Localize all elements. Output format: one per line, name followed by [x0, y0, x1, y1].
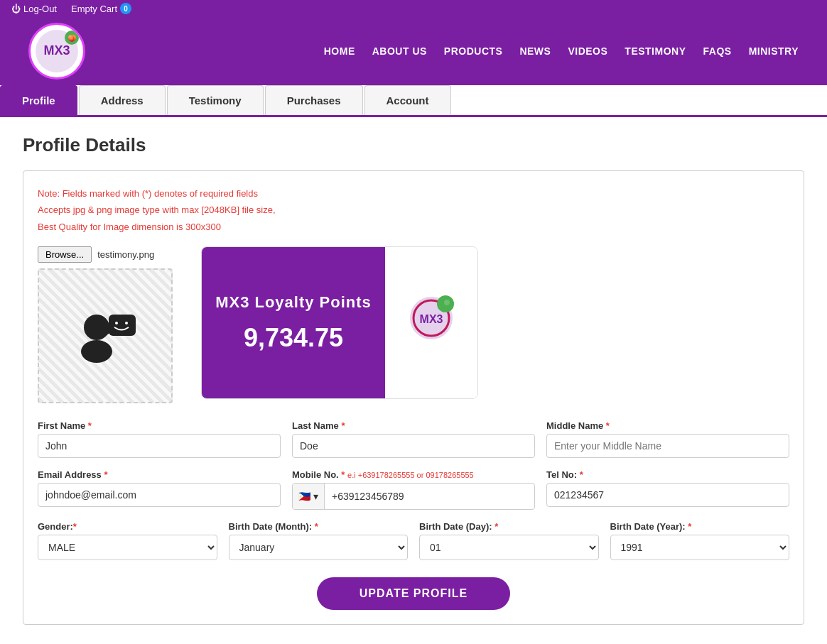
svg-text:🍑: 🍑	[67, 33, 77, 43]
tel-label: Tel No: *	[546, 469, 789, 480]
browse-button[interactable]: Browse...	[38, 246, 92, 263]
form-notes: Note: Fields marked with (*) denotes of …	[38, 185, 789, 235]
avatar-icon	[70, 300, 141, 371]
profile-top: Browse... testimony.png	[38, 246, 789, 403]
mobile-label: Mobile No. * e.i +639178265555 or 091782…	[292, 469, 535, 480]
mx3-logo-card: MX3	[396, 293, 467, 353]
logout-label: Log-Out	[23, 4, 57, 14]
main-content: Profile Details Note: Fields marked with…	[0, 117, 827, 642]
cart-badge: 0	[120, 3, 131, 14]
update-btn-row: UPDATE PROFILE	[38, 577, 789, 610]
tab-account[interactable]: Account	[364, 85, 451, 115]
nav-faqs[interactable]: FAQS	[703, 45, 732, 57]
nav-ministry[interactable]: MINISTRY	[749, 45, 799, 57]
logo-svg: MX3 🍑	[32, 26, 82, 76]
logout-icon: ⏻	[11, 4, 21, 14]
svg-point-4	[84, 315, 109, 340]
tab-profile[interactable]: Profile	[0, 85, 77, 115]
note-line1: Note: Fields marked with (*) denotes of …	[38, 185, 789, 202]
page-title: Profile Details	[23, 134, 804, 156]
loyalty-card: MX3 Loyalty Points 9,734.75 M	[201, 246, 478, 399]
image-section: Browse... testimony.png	[38, 246, 173, 403]
mobile-flag[interactable]: 🇵🇭 ▾	[293, 484, 325, 509]
header: MX3 🍑 HOME ABOUT US PRODUCTS NEWS VIDEOS…	[0, 17, 827, 85]
note-line3: Best Quality for Image dimension is 300x…	[38, 219, 789, 235]
birth-month-select[interactable]: JanuaryFebruaryMarch AprilMayJune JulyAu…	[229, 535, 409, 560]
svg-point-9	[125, 322, 128, 324]
loyalty-logo-svg: MX3	[396, 293, 467, 350]
middle-name-label: Middle Name *	[546, 420, 789, 431]
loyalty-points: 9,734.75	[244, 323, 343, 353]
loyalty-left: MX3 Loyalty Points 9,734.75	[202, 247, 385, 398]
last-name-group: Last Name *	[292, 420, 535, 458]
contact-row: Email Address * Mobile No. * e.i +639178…	[38, 469, 789, 510]
nav-news[interactable]: NEWS	[519, 45, 551, 57]
first-name-input[interactable]	[38, 434, 281, 458]
update-profile-button[interactable]: UPDATE PROFILE	[317, 577, 510, 610]
birth-month-label: Birth Date (Month): *	[229, 521, 409, 532]
birth-year-label: Birth Date (Year): *	[610, 521, 790, 532]
mobile-group: Mobile No. * e.i +639178265555 or 091782…	[292, 469, 535, 510]
logout-link[interactable]: ⏻ Log-Out	[11, 4, 57, 14]
tel-input[interactable]	[546, 483, 789, 507]
birth-month-group: Birth Date (Month): * JanuaryFebruaryMar…	[229, 521, 409, 560]
file-name: testimony.png	[97, 249, 154, 260]
loyalty-right: MX3	[385, 247, 477, 398]
last-name-input[interactable]	[292, 434, 535, 458]
first-name-group: First Name *	[38, 420, 281, 458]
birth-day-select[interactable]: 01020304 05060708 09101112 13141516 1718…	[419, 535, 599, 560]
tel-group: Tel No: *	[546, 469, 789, 510]
gender-label: Gender:*	[38, 521, 217, 532]
birth-day-group: Birth Date (Day): * 01020304 05060708 09…	[419, 521, 599, 560]
tabs: Profile Address Testimony Purchases Acco…	[0, 85, 827, 117]
file-input-row: Browse... testimony.png	[38, 246, 173, 263]
top-bar: ⏻ Log-Out Empty Cart 0	[0, 0, 827, 17]
birth-year-group: Birth Date (Year): * 1991199019851980 20…	[610, 521, 790, 560]
cart-label: Empty Cart	[71, 4, 117, 14]
birth-year-select[interactable]: 1991199019851980 20001995	[610, 535, 790, 560]
svg-point-5	[81, 340, 112, 363]
middle-name-input[interactable]	[546, 434, 789, 458]
mobile-input[interactable]	[325, 485, 534, 508]
gender-select[interactable]: MALE FEMALE	[38, 535, 217, 560]
empty-cart-link[interactable]: Empty Cart 0	[71, 3, 131, 14]
svg-rect-6	[109, 315, 136, 336]
flag-dropdown-icon: ▾	[313, 491, 318, 502]
avatar-box	[38, 268, 173, 403]
note-line2: Accepts jpg & png image type with max [2…	[38, 202, 789, 218]
tab-purchases[interactable]: Purchases	[265, 85, 363, 115]
svg-text:MX3: MX3	[420, 313, 443, 325]
svg-text:MX3: MX3	[43, 43, 70, 58]
name-row: First Name * Last Name * Middle Name *	[38, 420, 789, 458]
nav-testimony[interactable]: TESTIMONY	[625, 45, 686, 57]
email-group: Email Address *	[38, 469, 281, 510]
logo: MX3 🍑	[28, 23, 85, 80]
loyalty-title: MX3 Loyalty Points	[215, 293, 372, 312]
email-input[interactable]	[38, 483, 281, 507]
nav-about[interactable]: ABOUT US	[372, 45, 427, 57]
tab-address[interactable]: Address	[79, 85, 166, 115]
profile-form-box: Note: Fields marked with (*) denotes of …	[23, 170, 804, 625]
nav-products[interactable]: PRODUCTS	[444, 45, 503, 57]
middle-name-group: Middle Name *	[546, 420, 789, 458]
gender-group: Gender:* MALE FEMALE	[38, 521, 217, 560]
svg-point-13	[444, 300, 450, 305]
last-name-label: Last Name *	[292, 420, 535, 431]
nav-videos[interactable]: VIDEOS	[568, 45, 607, 57]
birth-day-label: Birth Date (Day): *	[419, 521, 599, 532]
tab-testimony[interactable]: Testimony	[167, 85, 264, 115]
birth-row: Gender:* MALE FEMALE Birth Date (Month):…	[38, 521, 789, 560]
main-nav: HOME ABOUT US PRODUCTS NEWS VIDEOS TESTI…	[324, 45, 799, 57]
svg-point-8	[115, 322, 118, 324]
email-label: Email Address *	[38, 469, 281, 480]
flag-icon: 🇵🇭	[298, 491, 310, 502]
first-name-label: First Name *	[38, 420, 281, 431]
mobile-input-row: 🇵🇭 ▾	[292, 483, 535, 510]
logo-area: MX3 🍑	[28, 23, 85, 80]
nav-home[interactable]: HOME	[324, 45, 355, 57]
